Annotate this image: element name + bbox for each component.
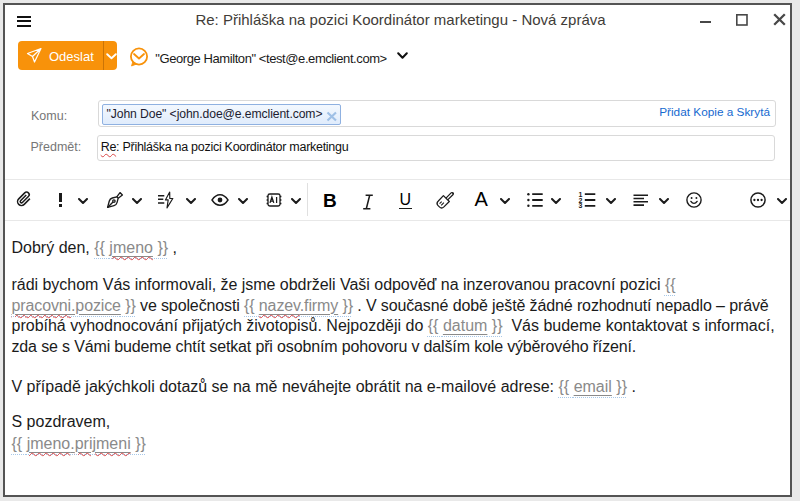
svg-text:3: 3 (579, 202, 583, 209)
